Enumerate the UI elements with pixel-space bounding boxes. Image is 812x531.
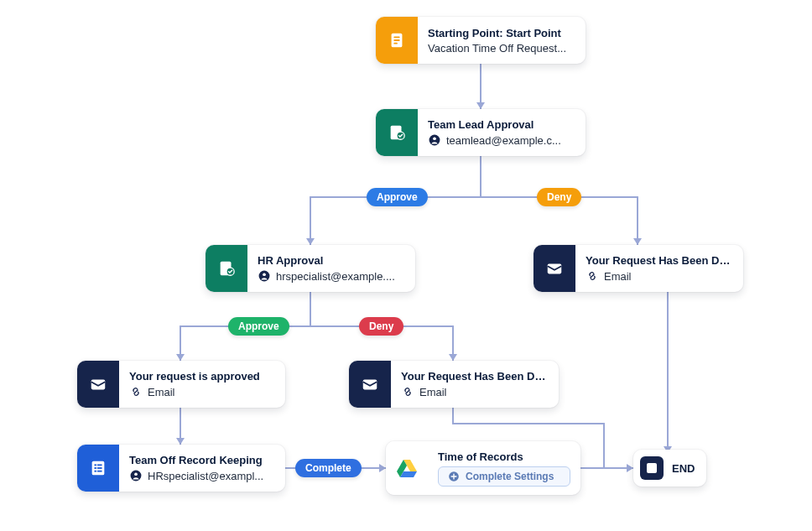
node-record-keeping[interactable]: Team Off Record Keeping HRspecialist@exa… xyxy=(77,445,285,492)
node-request-approved[interactable]: Your request is approved Email xyxy=(77,361,285,408)
svg-marker-6 xyxy=(379,464,386,472)
plus-circle-icon xyxy=(447,470,461,483)
svg-rect-22 xyxy=(91,380,106,390)
svg-rect-10 xyxy=(393,36,399,38)
svg-marker-2 xyxy=(633,238,642,245)
svg-point-32 xyxy=(134,472,138,476)
google-drive-icon xyxy=(386,441,428,495)
svg-marker-4 xyxy=(449,354,457,361)
svg-marker-5 xyxy=(176,438,185,445)
stop-icon xyxy=(640,456,664,480)
svg-point-16 xyxy=(433,137,436,140)
node-start-point[interactable]: Starting Point: Start Point Vacation Tim… xyxy=(376,17,586,64)
svg-point-20 xyxy=(263,273,266,276)
link-icon xyxy=(129,385,143,398)
link-icon xyxy=(401,385,414,398)
node-subtitle: hrspecialist@example.... xyxy=(276,270,395,283)
svg-marker-7 xyxy=(627,464,633,472)
svg-rect-23 xyxy=(363,380,377,390)
end-label: END xyxy=(672,462,695,475)
node-subtitle: teamlead@example.c... xyxy=(446,134,561,147)
node-title: Your Request Has Been Deni... xyxy=(586,254,733,267)
node-subtitle: Email xyxy=(604,270,632,283)
svg-rect-29 xyxy=(94,471,96,472)
node-subtitle: Email xyxy=(419,386,447,398)
node-title: Team Lead Approval xyxy=(428,118,575,131)
node-title: Your Request Has Been Deni... xyxy=(401,370,549,383)
email-icon xyxy=(349,361,391,408)
link-icon xyxy=(586,269,599,283)
svg-marker-1 xyxy=(306,238,315,245)
node-time-of-records[interactable]: Time of Records Complete Settings xyxy=(386,441,580,495)
svg-rect-26 xyxy=(97,464,102,466)
form-icon xyxy=(376,17,418,64)
person-icon xyxy=(428,133,441,147)
node-subtitle: HRspecialist@exampl... xyxy=(148,470,263,482)
node-title: Starting Point: Start Point xyxy=(428,27,575,39)
node-title: Time of Records xyxy=(438,450,570,463)
svg-rect-12 xyxy=(393,43,398,44)
node-end[interactable]: END xyxy=(633,450,706,487)
person-icon xyxy=(258,269,271,283)
person-icon xyxy=(129,469,143,482)
svg-rect-27 xyxy=(94,467,96,469)
node-team-lead-approval[interactable]: Team Lead Approval teamlead@example.c... xyxy=(376,109,586,156)
node-request-denied-2[interactable]: Your Request Has Been Deni... Email xyxy=(349,361,559,408)
approval-icon xyxy=(376,109,418,156)
node-title: Your request is approved xyxy=(129,370,275,383)
email-icon xyxy=(534,245,575,292)
list-icon xyxy=(77,445,119,492)
svg-marker-3 xyxy=(176,354,185,361)
complete-settings-button[interactable]: Complete Settings xyxy=(438,466,570,487)
pill-tl-deny: Deny xyxy=(537,188,581,206)
approval-icon xyxy=(206,245,247,292)
pill-complete: Complete xyxy=(295,459,362,477)
node-subtitle: Email xyxy=(148,386,175,398)
pill-hr-approve: Approve xyxy=(228,317,289,336)
svg-rect-11 xyxy=(393,39,399,41)
pill-tl-approve: Approve xyxy=(367,188,428,206)
svg-rect-25 xyxy=(94,464,96,466)
node-subtitle: Vacation Time Off Request... xyxy=(428,42,566,55)
email-icon xyxy=(77,361,119,408)
node-request-denied-1[interactable]: Your Request Has Been Deni... Email xyxy=(534,245,743,292)
svg-rect-21 xyxy=(548,264,562,274)
svg-marker-0 xyxy=(476,102,485,109)
svg-rect-30 xyxy=(97,471,102,472)
node-title: HR Approval xyxy=(258,254,405,267)
pill-hr-deny: Deny xyxy=(359,317,403,336)
node-hr-approval[interactable]: HR Approval hrspecialist@example.... xyxy=(206,245,415,292)
node-title: Team Off Record Keeping xyxy=(129,454,275,466)
svg-rect-28 xyxy=(97,467,102,469)
